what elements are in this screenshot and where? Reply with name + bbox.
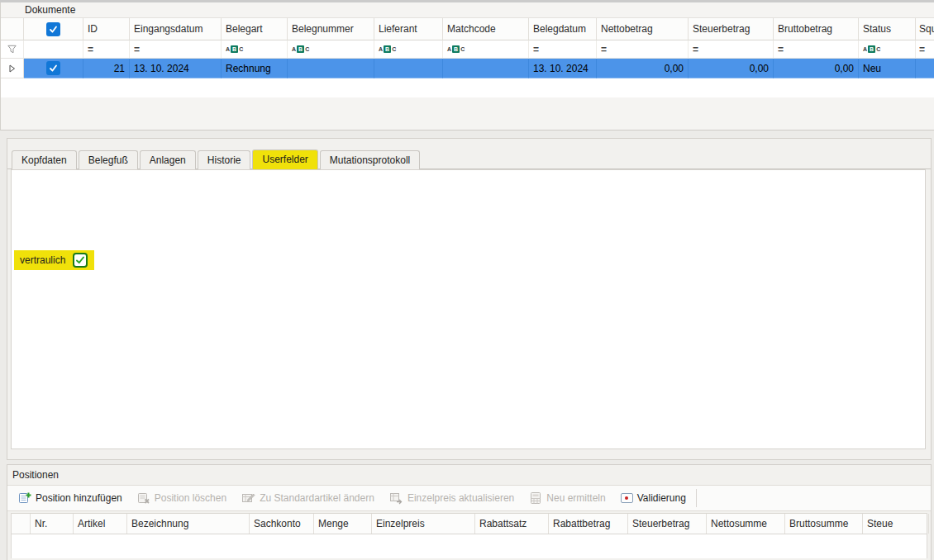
column-header-einzelpreis[interactable]: Einzelpreis [372,514,475,534]
change-standard-article-button: Zu Standardartikel ändern [234,488,382,508]
select-all-cell[interactable] [24,18,83,40]
dokumente-header-row: ID Eingangsdatum Belegart Belegnummer Li… [1,18,934,40]
toolbar-separator [696,489,697,507]
column-header-belegart[interactable]: Belegart [222,18,288,40]
positionen-header-row: Nr. Artikel Bezeichnung Sachkonto Menge … [12,513,927,534]
detail-tabstrip: Kopfdaten Belegfuß Anlagen Historie User… [7,139,931,169]
detail-panel: Kopfdaten Belegfuß Anlagen Historie User… [7,138,932,460]
equals-filter-icon: = [601,44,607,55]
row-expand-cell[interactable] [1,59,24,78]
column-header-nr[interactable]: Nr. [31,514,74,534]
delete-row-icon [137,491,150,505]
cell-bruttobetrag[interactable]: 0,00 [774,59,859,78]
filter-row-indicator [1,40,24,59]
calculator-icon [529,491,542,505]
row-indicator-header [1,18,24,40]
column-header-eingangsdatum[interactable]: Eingangsdatum [130,18,222,40]
grid-empty-area [1,78,934,97]
row-indicator-header [12,514,31,534]
add-position-button[interactable]: Position hinzufügen [11,488,130,508]
filter-cell-id[interactable]: = [83,40,130,59]
cell-status[interactable]: Neu [859,59,916,78]
tab-historie[interactable]: Historie [198,150,251,169]
tab-anlagen[interactable]: Anlagen [140,150,196,169]
column-header-squ[interactable]: Squ [916,18,934,40]
cell-id[interactable]: 21 [83,59,130,78]
panel-title: Dokumente [25,4,75,16]
column-header-nettobetrag[interactable]: Nettobetrag [597,18,689,40]
filter-cell-belegdatum[interactable]: = [529,40,597,59]
tab-userfelder[interactable]: Userfelder [252,149,317,169]
column-header-belegnummer[interactable]: Belegnummer [288,18,374,40]
dokumente-panel: Dokumente ID Eingangsdatum Belegart Bele… [0,2,934,131]
positionen-empty-area [12,534,927,558]
column-header-steuersatz[interactable]: Steue [863,514,929,534]
vertraulich-checkbox-checked-icon[interactable] [73,253,88,268]
cell-belegart[interactable]: Rechnung [222,59,288,78]
column-header-sachkonto[interactable]: Sachkonto [250,514,314,534]
column-header-matchcode[interactable]: Matchcode [443,18,529,40]
text-filter-icon: ABC [226,45,243,53]
column-header-status[interactable]: Status [859,18,916,40]
cell-matchcode[interactable] [443,59,529,78]
column-header-nettosumme[interactable]: Nettosumme [707,514,785,534]
cell-steuerbetrag[interactable]: 0,00 [689,59,774,78]
cell-belegdatum[interactable]: 13. 10. 2024 [529,59,597,78]
tab-kopfdaten[interactable]: Kopfdaten [12,150,77,169]
edit-table-icon [241,491,255,505]
filter-cell-eingangsdatum[interactable]: = [130,40,222,59]
positionen-caption: Positionen [7,465,931,486]
filter-cell-squ[interactable]: = [916,40,934,59]
tab-belegfuss[interactable]: Belegfuß [79,150,138,169]
column-header-artikel[interactable]: Artikel [74,514,127,534]
column-header-belegdatum[interactable]: Belegdatum [529,18,597,40]
filter-cell-lieferant[interactable]: ABC [374,40,443,59]
column-header-rabattsatz[interactable]: Rabattsatz [475,514,549,534]
cell-belegnummer[interactable] [288,59,374,78]
text-filter-icon: ABC [292,45,309,53]
filter-cell-belegnummer[interactable]: ABC [288,40,374,59]
select-all-checkbox-icon[interactable] [46,22,60,36]
text-filter-icon: ABC [863,45,880,53]
dokumente-caption: Dokumente [1,2,934,18]
filter-funnel-icon [7,44,17,55]
column-header-bruttosumme[interactable]: Bruttosumme [785,514,863,534]
column-header-id[interactable]: ID [83,18,130,40]
add-row-icon [18,491,31,505]
document-row-selected[interactable]: 21 13. 10. 2024 Rechnung 13. 10. 2024 0,… [1,59,934,78]
filter-cell-bruttobetrag[interactable]: = [774,40,859,59]
expand-arrow-icon [7,64,17,74]
column-header-bruttobetrag[interactable]: Bruttobetrag [774,18,859,40]
text-filter-icon: ABC [379,45,396,53]
recalculate-button: Neu ermitteln [522,488,612,508]
filter-cell-nettobetrag[interactable]: = [597,40,689,59]
validation-icon [621,493,633,503]
column-header-rabattbetrag[interactable]: Rabattbetrag [549,514,628,534]
column-header-lieferant[interactable]: Lieferant [374,18,443,40]
vertraulich-field[interactable]: vertraulich [14,250,94,270]
row-checkbox-checked-icon[interactable] [46,61,60,75]
cell-eingangsdatum[interactable]: 13. 10. 2024 [130,59,222,78]
column-header-steuerbetrag[interactable]: Steuerbetrag [628,514,707,534]
validation-button[interactable]: Validierung [613,488,693,508]
cell-squ[interactable] [916,59,934,78]
panel-title: Positionen [12,469,59,481]
tab-mutationsprotokoll[interactable]: Mutationsprotokoll [320,150,420,169]
filter-cell-checkbox[interactable] [24,40,83,59]
column-header-steuerbetrag[interactable]: Steuerbetrag [689,18,774,40]
filter-cell-steuerbetrag[interactable]: = [689,40,774,59]
vertraulich-label: vertraulich [20,254,65,266]
positionen-toolbar: Position hinzufügen Position löschen Zu … [7,486,931,511]
column-header-menge[interactable]: Menge [314,514,372,534]
equals-filter-icon: = [693,44,698,55]
equals-filter-icon: = [919,44,925,55]
cell-nettobetrag[interactable]: 0,00 [597,59,689,78]
column-header-bezeichnung[interactable]: Bezeichnung [127,514,250,534]
equals-filter-icon: = [134,44,140,55]
filter-cell-status[interactable]: ABC [859,40,916,59]
filter-cell-matchcode[interactable]: ABC [443,40,529,59]
dokumente-filter-row: = = ABC ABC ABC ABC = = = = ABC = [1,40,934,59]
filter-cell-belegart[interactable]: ABC [222,40,288,59]
cell-lieferant[interactable] [374,59,443,78]
row-select-cell[interactable] [24,59,83,78]
